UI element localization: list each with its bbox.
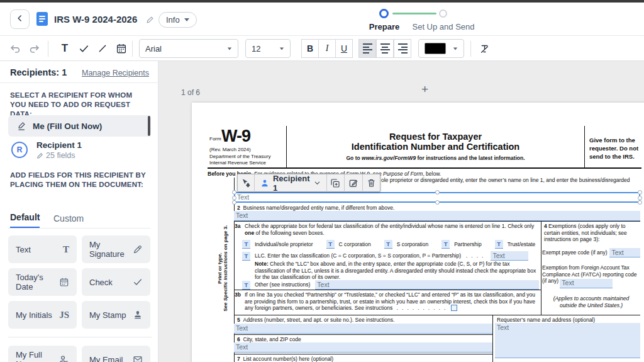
form-border: [234, 290, 541, 290]
field-recipient-dropdown[interactable]: Recipient 1: [255, 174, 326, 193]
field-button-todays-date[interactable]: Today's Date: [8, 268, 77, 296]
field-button-my-stamp[interactable]: My Stamp: [82, 301, 150, 329]
form-border: [234, 354, 492, 354]
placed-field-fatca-code[interactable]: Text: [560, 279, 613, 288]
me-button-label: Me (Fill Out Now): [33, 122, 102, 131]
move-field-handle[interactable]: [238, 174, 254, 192]
check-tool-button[interactable]: [75, 36, 92, 61]
placed-field-checkbox-individual[interactable]: T: [242, 240, 250, 249]
pencil-icon: [17, 122, 26, 131]
field-button-my-full-name[interactable]: My Full Name A: [8, 346, 77, 362]
field-button-my-initials[interactable]: My Initials JS: [8, 301, 77, 329]
w9-exempt-row: Exempt payee code (if any) Text: [542, 248, 640, 257]
align-center-button[interactable]: [376, 39, 394, 58]
text-field-icon: T: [63, 244, 69, 255]
field-button-my-signature[interactable]: My Signature: [82, 235, 150, 263]
recipient-item[interactable]: R Recipient 1 25 fields: [10, 140, 148, 162]
duplicate-field-button[interactable]: [327, 174, 345, 192]
placed-field-checkbox-c-corp[interactable]: T: [326, 240, 335, 249]
step-setup-indicator[interactable]: [439, 9, 447, 18]
back-button[interactable]: [10, 9, 30, 29]
edit-field-button[interactable]: [345, 174, 362, 192]
placed-field-exempt-code[interactable]: Text: [609, 248, 640, 257]
rename-pencil-icon[interactable]: [146, 15, 154, 26]
align-left-button[interactable]: [358, 39, 376, 58]
placed-field-checkbox-llc[interactable]: T: [242, 252, 250, 261]
chevron-left-icon: [16, 14, 25, 25]
undo-button[interactable]: [8, 36, 23, 61]
w9-llc-note: Note: Check the “LLC” box above and, in …: [255, 261, 539, 281]
placed-field-checkbox-partnership[interactable]: T: [441, 240, 450, 249]
tab-default[interactable]: Default: [10, 212, 40, 228]
w9-3a-num: 3a: [235, 223, 240, 230]
field-button-text[interactable]: Text T: [8, 235, 77, 263]
placed-field-checkbox-s-corp[interactable]: T: [384, 240, 392, 249]
form-border: [234, 221, 640, 222]
resize-handle[interactable]: [435, 200, 440, 205]
line-tool-button[interactable]: [94, 36, 111, 61]
text-tool-button[interactable]: T: [57, 36, 73, 61]
w9-line7-label: 7 List account number(s) here (optional): [237, 356, 333, 362]
font-family-select[interactable]: Arial: [139, 39, 238, 58]
person-name-icon: A: [58, 354, 69, 362]
step-prepare-indicator[interactable]: [379, 9, 389, 18]
toolbar-divider: [48, 41, 48, 57]
sidebar-scrollbar[interactable]: [148, 116, 151, 136]
document-canvas: 1 of 6 + Form W-9 (Rev. March 2024) Depa…: [158, 61, 644, 362]
text-color-picker[interactable]: [418, 39, 464, 58]
delete-field-button[interactable]: [363, 174, 380, 192]
underline-button[interactable]: U: [335, 39, 353, 58]
resize-handle[interactable]: [435, 190, 440, 195]
form-border-requester: [492, 315, 493, 362]
add-content-button[interactable]: +: [421, 82, 428, 96]
resize-handle[interactable]: [638, 196, 642, 200]
placed-field-business-name[interactable]: Text: [234, 211, 640, 221]
svg-text:A: A: [65, 359, 69, 362]
selected-text-field[interactable]: Text: [234, 192, 640, 203]
manage-recipients-link[interactable]: Manage Recipients: [82, 69, 149, 77]
trash-icon: [367, 178, 376, 188]
w9-form-word: Form: [209, 136, 221, 142]
info-label: Info: [166, 15, 180, 25]
field-grid-divider: [8, 337, 152, 337]
field-button-check[interactable]: Check: [82, 268, 150, 296]
placed-checkbox-3b[interactable]: [451, 305, 457, 311]
placed-field-other-text[interactable]: Text: [315, 280, 539, 290]
resize-handle[interactable]: [638, 200, 642, 205]
placed-field-llc-code[interactable]: Text: [491, 251, 528, 261]
info-dropdown[interactable]: Info: [158, 12, 197, 28]
italic-button[interactable]: I: [318, 39, 336, 58]
date-tool-button[interactable]: [113, 36, 130, 61]
resize-handle[interactable]: [232, 200, 236, 205]
clear-formatting-button[interactable]: [476, 36, 492, 61]
w9-3a-options-row: T Individual/sole proprietor T C corpora…: [242, 240, 538, 249]
w9-line5-label: 5 Address (number, street, and apt. or s…: [237, 317, 394, 324]
document-title: IRS W-9 2024-2026: [54, 14, 137, 25]
w9-fatca-row: Exemption from Foreign Account Tax Compl…: [542, 264, 640, 288]
undo-icon: [9, 43, 21, 55]
w9-goto-line: Go to www.irs.gov/FormW9 for instruction…: [287, 155, 584, 161]
font-size-select[interactable]: 12: [245, 39, 291, 58]
placed-field-address[interactable]: Text: [234, 324, 492, 334]
resize-handle[interactable]: [638, 190, 642, 195]
me-fill-out-now-button[interactable]: Me (Fill Out Now): [8, 115, 151, 137]
chevron-down-icon: [314, 179, 321, 186]
caret-down-icon: [280, 47, 284, 50]
placed-field-requester[interactable]: Text: [495, 323, 640, 358]
recipient-avatar: R: [11, 142, 28, 158]
tab-custom[interactable]: Custom: [53, 213, 84, 228]
placed-field-checkbox-trust[interactable]: T: [495, 240, 503, 249]
placed-field-city-state-zip[interactable]: Text: [234, 342, 492, 353]
stepper-connector: [392, 13, 436, 14]
w9-llc-row: T LLC. Enter the tax classification (C =…: [242, 251, 538, 261]
bold-button[interactable]: B: [301, 39, 319, 58]
redo-button[interactable]: [26, 36, 42, 61]
resize-handle[interactable]: [232, 190, 236, 195]
align-right-button[interactable]: [394, 39, 411, 58]
field-button-my-email[interactable]: My Email: [82, 346, 150, 362]
resize-handle[interactable]: [232, 196, 236, 200]
placed-field-checkbox-other[interactable]: T: [242, 281, 250, 290]
w9-3b-num: 3b: [235, 291, 241, 298]
w9-title-block: Request for Taxpayer Identification Numb…: [286, 126, 585, 169]
redo-icon: [28, 43, 40, 55]
